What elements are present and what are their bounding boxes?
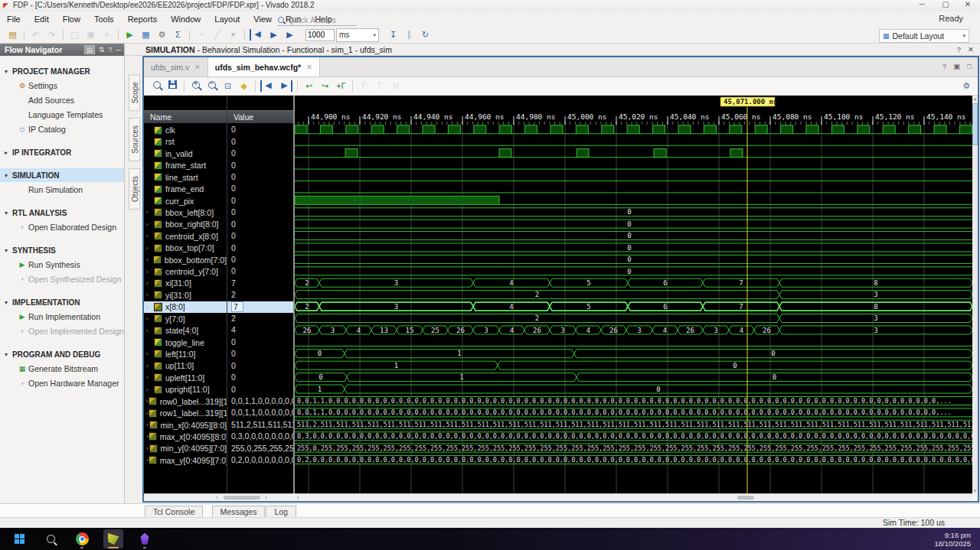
interrupt-icon[interactable]: × <box>227 29 240 41</box>
sidebar-item-settings[interactable]: ⚙Settings <box>0 78 124 93</box>
help-icon[interactable]: ? <box>109 46 113 54</box>
menu-item-window[interactable]: Window <box>164 15 207 24</box>
scroll-down-icon[interactable]: ▼ <box>972 488 978 493</box>
sidebar-item-open-hardware-manager[interactable]: ›Open Hardware Manager <box>0 376 124 390</box>
menu-item-view[interactable]: View <box>247 15 279 24</box>
doc-tab-ufds-sim-v[interactable]: ufds_sim.v✕ <box>144 57 208 76</box>
swap-cursor-icon[interactable]: ↩ <box>302 80 315 92</box>
start-button[interactable] <box>9 529 29 548</box>
signal-row[interactable]: line_start <box>144 171 227 183</box>
side-tab-sources[interactable]: Sources <box>129 118 140 161</box>
expand-icon[interactable]: › <box>144 268 154 275</box>
expand-icon[interactable]: › <box>144 304 154 311</box>
close-button[interactable]: ✕ <box>957 0 978 11</box>
signal-row[interactable]: toggle_line <box>144 337 227 348</box>
close-panel-icon[interactable]: ✕ <box>968 45 974 54</box>
signal-row[interactable]: ›bbox_left[8:0] <box>144 207 227 218</box>
run-all-icon[interactable]: ▶ <box>267 29 280 41</box>
sidebar-item-add-sources[interactable]: Add Sources <box>0 93 124 107</box>
expand-icon[interactable]: › <box>144 445 149 452</box>
signal-row[interactable]: ›left[11:0] <box>144 348 227 360</box>
expand-icon[interactable]: › <box>144 209 154 216</box>
signal-row[interactable]: ›x[8:0] <box>144 301 227 313</box>
taskbar-clock[interactable]: 9:16 pm 18/10/2025 <box>934 531 980 548</box>
time-unit-select[interactable]: ms ▾ <box>336 28 379 42</box>
zoom-to-cursor-icon[interactable]: ◆ <box>237 80 250 92</box>
zoom-fit-icon[interactable]: ⊡ <box>221 80 234 92</box>
quick-access-search[interactable]: Quick Access <box>277 14 357 26</box>
prev-transition-icon[interactable]: ◀ <box>260 80 275 92</box>
signal-row[interactable]: ›yi[31:0] <box>144 289 227 301</box>
expand-icon[interactable]: › <box>144 245 154 252</box>
signal-row[interactable]: ›xi[31:0] <box>144 278 227 289</box>
expand-icon[interactable]: › <box>144 233 154 239</box>
signal-row[interactable]: ›row1_label...319][11:0] <box>144 407 227 418</box>
signal-row[interactable]: ›bbox_top[7:0] <box>144 242 227 254</box>
expand-icon[interactable]: › <box>144 350 154 357</box>
taskbar-vivado-button[interactable] <box>103 529 123 548</box>
flow-section-simulation[interactable]: ▾SIMULATION <box>0 168 124 182</box>
scroll-thumb[interactable] <box>737 496 754 500</box>
value-column-header[interactable]: Value <box>227 110 293 123</box>
waveform-canvas[interactable]: 44,900 ns44,920 ns44,940 ns44,960 ns44,9… <box>295 96 972 493</box>
vertical-scroll-thumb[interactable] <box>972 103 978 145</box>
name-column-header[interactable]: Name <box>144 110 227 123</box>
maximize-window-icon[interactable]: □ <box>967 62 972 70</box>
close-tab-icon[interactable]: ✕ <box>306 63 312 71</box>
scroll-right-icon[interactable]: › <box>265 495 266 500</box>
settings-icon[interactable]: ⚙ <box>155 29 168 41</box>
sidebar-item-generate-bitstream[interactable]: ▦Generate Bitstream <box>0 361 124 376</box>
menu-item-flow[interactable]: Flow <box>56 15 87 24</box>
float-window-icon[interactable]: ▣ <box>953 62 960 70</box>
run-time-input[interactable] <box>305 29 335 41</box>
expand-icon[interactable]: › <box>144 363 154 369</box>
wave-settings-gear-icon[interactable]: ⚙ <box>962 81 970 91</box>
flow-section-project-manager[interactable]: ▾PROJECT MANAGER <box>0 64 124 78</box>
pause-icon[interactable]: ∥ <box>403 29 416 41</box>
taskbar-vivado-hls-button[interactable] <box>135 529 155 548</box>
expand-icon[interactable]: › <box>144 280 154 287</box>
layout-selector[interactable]: ▦ Default Layout ▾ <box>879 29 969 43</box>
save-wave-icon[interactable] <box>166 80 179 92</box>
sort-ic[interactable]: ⇅ <box>99 46 105 54</box>
signal-row[interactable]: frame_end <box>144 183 227 194</box>
find-icon[interactable] <box>150 80 163 92</box>
flow-section-implementation[interactable]: ▾IMPLEMENTATION <box>0 295 124 309</box>
open-recent-icon[interactable]: ▤ <box>6 29 19 41</box>
signal-row[interactable]: ›bbox_right[8:0] <box>144 219 227 230</box>
menu-item-reports[interactable]: Reports <box>121 15 165 24</box>
report-icon[interactable]: Σ <box>172 29 185 41</box>
scroll-up-icon[interactable]: ▲ <box>972 96 978 101</box>
flow-section-synthesis[interactable]: ▾SYNTHESIS <box>0 243 124 257</box>
scroll-left-icon[interactable]: ‹ <box>297 495 299 500</box>
names-horizontal-scrollbar[interactable]: ‹ › <box>144 493 293 501</box>
taskbar-chrome-button[interactable] <box>72 529 92 548</box>
flow-icon[interactable]: ▦ <box>139 29 152 41</box>
signal-row[interactable]: ›max_x[0:4095][8:0] <box>144 431 227 442</box>
run-for-icon[interactable]: ▶ <box>283 29 296 41</box>
help-icon[interactable]: ? <box>957 45 961 54</box>
signal-row[interactable]: clk <box>144 124 227 135</box>
signal-row[interactable]: ›centroid_y[7:0] <box>144 265 227 277</box>
add-marker-icon[interactable]: +Γ <box>335 80 348 92</box>
sidebar-item-run-synthesis[interactable]: ▶Run Synthesis <box>0 257 124 272</box>
side-tab-objects[interactable]: Objects <box>129 168 140 210</box>
sidebar-item-run-implementation[interactable]: ▶Run Implementation <box>0 309 124 324</box>
goto-cursor-icon[interactable]: ↪ <box>318 80 332 92</box>
zoom-out-icon[interactable]: − <box>205 80 218 92</box>
expand-icon[interactable]: › <box>144 221 154 228</box>
signal-row[interactable]: ›y[7:0] <box>144 313 227 324</box>
menu-item-edit[interactable]: Edit <box>28 15 56 24</box>
signal-row[interactable]: ›max_y[0:4095][7:0] <box>144 454 227 466</box>
expand-icon[interactable]: › <box>144 256 153 263</box>
signal-row[interactable]: ›min_x[0:4095][8:0] <box>144 419 227 431</box>
signal-row[interactable]: ›state[4:0] <box>144 324 227 336</box>
taskbar-search-button[interactable] <box>41 529 60 548</box>
signal-row[interactable]: ›centroid_x[8:0] <box>144 230 227 242</box>
expand-icon[interactable]: › <box>144 386 154 393</box>
doc-tab-ufds-sim-behav-wcfg-[interactable]: ufds_sim_behav.wcfg*✕ <box>208 57 320 76</box>
menu-item-file[interactable]: File <box>0 15 28 24</box>
signal-row[interactable]: ›up[11:0] <box>144 360 227 372</box>
expand-icon[interactable]: › <box>144 421 149 428</box>
sidebar-item-ip-catalog[interactable]: ◇IP Catalog <box>0 122 124 136</box>
